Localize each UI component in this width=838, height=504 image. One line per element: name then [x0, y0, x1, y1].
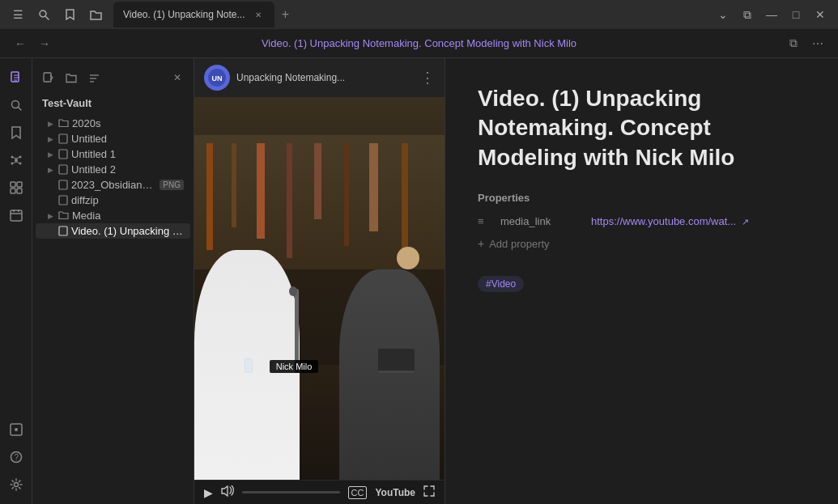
- svg-rect-33: [59, 134, 67, 143]
- tree-item-video-note[interactable]: ▶ Video. (1) Unpacking N...: [36, 223, 190, 239]
- close-button[interactable]: ✕: [809, 3, 832, 26]
- tree-item-label: Untitled 1: [71, 148, 184, 160]
- nav-title: Video. (1) Unpacking Notemaking. Concept…: [58, 37, 780, 49]
- folder-titlebar-button[interactable]: [84, 3, 107, 26]
- svg-rect-17: [17, 188, 22, 193]
- folder-icon: [58, 118, 69, 129]
- filetree: ✕ Test-Vault ▶ 2020s ▶ Untitled ▶ Untitl…: [32, 58, 194, 504]
- svg-rect-37: [59, 196, 67, 205]
- tree-item-untitled2[interactable]: ▶ Untitled 2: [36, 162, 190, 177]
- svg-rect-18: [11, 210, 22, 221]
- tree-item-label: Video. (1) Unpacking N...: [71, 225, 184, 237]
- svg-rect-16: [11, 188, 15, 193]
- bookmark-titlebar-button[interactable]: [58, 3, 81, 26]
- svg-rect-15: [17, 182, 22, 187]
- volume-button[interactable]: [221, 485, 234, 499]
- tree-item-label: 2023_Obsidian_lo...: [71, 179, 156, 191]
- maximize-button[interactable]: □: [785, 3, 807, 26]
- vault-name: Test-Vault: [32, 94, 194, 116]
- video-more-button[interactable]: ⋮: [420, 70, 435, 85]
- help-sidebar-icon[interactable]: ?: [3, 444, 29, 470]
- svg-point-0: [40, 11, 46, 17]
- properties-section: Properties ≡ media_link https://www.yout…: [478, 192, 806, 253]
- prop-value-text: https://www.youtube.com/wat...: [591, 215, 736, 227]
- chevron-down-button[interactable]: ⌄: [712, 3, 734, 26]
- tree-item-label: diffzip: [71, 194, 184, 206]
- tab-title: Video. (1) Unpacking Note...: [123, 9, 245, 20]
- new-note-button[interactable]: [39, 68, 58, 87]
- cc-button[interactable]: CC: [348, 486, 368, 499]
- svg-rect-36: [59, 180, 67, 189]
- nav-right: ⧉ ⋯: [783, 33, 828, 54]
- video-panel: UN Unpacking Notemaking... ⋮: [194, 58, 445, 504]
- split-view-button[interactable]: ⧉: [736, 3, 759, 26]
- file-icon: [58, 164, 68, 175]
- external-link-icon: ↗: [742, 217, 749, 227]
- file-icon: [58, 149, 68, 159]
- tree-item-diffzip[interactable]: ▶ diffzip: [36, 193, 190, 208]
- sort-button[interactable]: [84, 68, 104, 87]
- fullscreen-button[interactable]: [423, 485, 435, 499]
- sidebar-toggle-button[interactable]: ☰: [6, 3, 29, 26]
- video-header: UN Unpacking Notemaking... ⋮: [194, 58, 445, 97]
- svg-rect-34: [59, 150, 67, 159]
- tree-item-untitled[interactable]: ▶ Untitled: [36, 131, 190, 146]
- tree-item-2020s[interactable]: ▶ 2020s: [36, 116, 190, 131]
- back-button[interactable]: ←: [10, 33, 31, 54]
- svg-point-26: [14, 483, 18, 487]
- svg-line-1: [46, 17, 49, 20]
- titlebar: ☰ Video. (1) Unpacking Note... ✕ + ⌄ ⧉ —…: [0, 0, 838, 29]
- tree-item-untitled1[interactable]: ▶ Untitled 1: [36, 146, 190, 162]
- chevron-right-icon: ▶: [45, 166, 55, 174]
- blocks-sidebar-icon[interactable]: [3, 175, 29, 201]
- titlebar-left: ☰: [6, 3, 107, 26]
- calendar-sidebar-icon[interactable]: [3, 202, 29, 228]
- prop-key-label: media_link: [500, 215, 581, 227]
- forward-button[interactable]: →: [34, 33, 55, 54]
- tree-item-label: Media: [72, 210, 184, 222]
- play-button[interactable]: ▶: [204, 486, 213, 499]
- settings-sidebar-icon[interactable]: [3, 472, 29, 498]
- more-options-button[interactable]: ⋯: [807, 33, 828, 54]
- svg-point-5: [15, 159, 18, 162]
- tree-item-label: 2020s: [72, 117, 184, 129]
- svg-rect-35: [59, 165, 67, 174]
- close-filetree-button[interactable]: ✕: [168, 68, 187, 87]
- video-controls: ▶ CC YouTube: [194, 480, 445, 504]
- active-tab[interactable]: Video. (1) Unpacking Note... ✕: [113, 2, 274, 28]
- new-folder-button[interactable]: [62, 68, 81, 87]
- video-thumbnail: Nick Milo: [194, 97, 445, 480]
- tab-add-button[interactable]: +: [274, 3, 297, 26]
- sidebar-icons: ?: [0, 58, 32, 504]
- pages-sidebar-icon[interactable]: [3, 417, 29, 443]
- progress-bar[interactable]: [242, 491, 340, 493]
- bookmarks-sidebar-icon[interactable]: [3, 120, 29, 146]
- files-sidebar-icon[interactable]: [3, 65, 29, 91]
- chevron-right-icon: ▶: [45, 135, 55, 143]
- video-image: Nick Milo: [194, 97, 445, 480]
- add-property-button[interactable]: + Add property: [478, 234, 806, 253]
- navbar: ← → Video. (1) Unpacking Notemaking. Con…: [0, 29, 838, 58]
- filetree-toolbar: ✕: [32, 65, 194, 91]
- file-icon: [58, 133, 68, 144]
- add-icon: +: [478, 237, 484, 250]
- search-sidebar-icon[interactable]: [3, 92, 29, 118]
- tree-item-obsidian-logo[interactable]: ▶ 2023_Obsidian_lo... PNG: [36, 177, 190, 193]
- video-tag[interactable]: #Video: [478, 276, 524, 292]
- chevron-right-icon: ▶: [45, 212, 55, 220]
- graph-sidebar-icon[interactable]: [3, 147, 29, 173]
- split-pane-button[interactable]: ⧉: [783, 33, 804, 54]
- add-prop-label: Add property: [489, 238, 549, 250]
- tree-item-label: Untitled 2: [71, 163, 184, 176]
- chevron-right-icon: ▶: [45, 150, 55, 159]
- minimize-button[interactable]: —: [760, 3, 783, 26]
- search-titlebar-button[interactable]: [32, 3, 55, 26]
- tab-close-button[interactable]: ✕: [252, 8, 265, 21]
- tree-item-media[interactable]: ▶ Media: [36, 208, 190, 223]
- file-icon: [58, 226, 68, 236]
- nameplate: Nick Milo: [270, 360, 319, 373]
- youtube-button[interactable]: YouTube: [375, 487, 415, 498]
- svg-text:?: ?: [14, 453, 19, 462]
- svg-rect-27: [44, 73, 51, 82]
- prop-value-link[interactable]: https://www.youtube.com/wat... ↗: [591, 215, 749, 227]
